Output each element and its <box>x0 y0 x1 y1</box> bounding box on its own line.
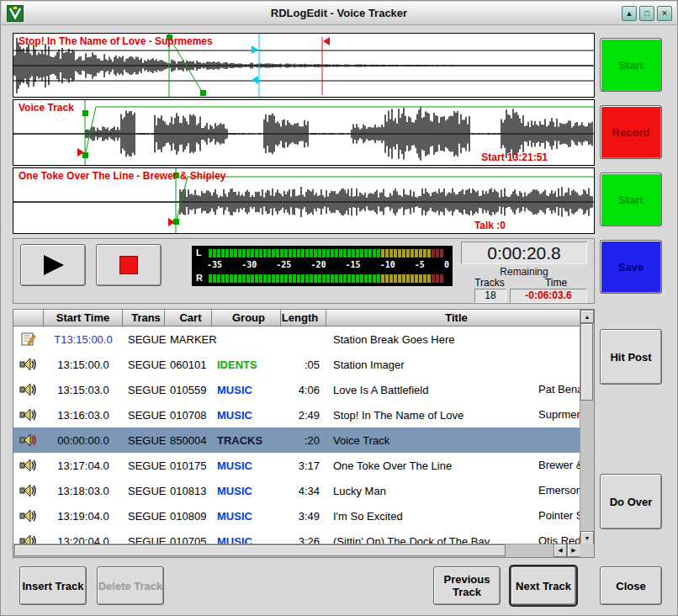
scroll-down-button[interactable]: ▼ <box>580 531 594 544</box>
meter-right-row <box>209 274 443 283</box>
cell-title: Stop! In The Name of LoveSuprmemes <box>326 402 580 427</box>
delete-track-button[interactable]: Delete Track <box>97 566 164 605</box>
cell-cart: 010175 <box>165 453 212 478</box>
close-window-button[interactable]: ✕ <box>657 6 672 21</box>
header-cart[interactable]: Cart <box>165 310 212 327</box>
table-row[interactable]: 13:17:04.0SEGUE010175MUSIC3:17One Toke O… <box>13 453 580 478</box>
cell-trans: SEGUE <box>123 453 165 478</box>
cell-length: 3:17 <box>281 453 326 478</box>
cell-start-time: 13:19:04.0 <box>44 503 123 528</box>
horizontal-scroll-thumb[interactable] <box>14 544 506 556</box>
scroll-left-button[interactable]: ◀ <box>554 544 567 557</box>
waveform-track-1[interactable]: Stop! In The Name of Love - Suprmemes <box>13 33 595 98</box>
stop-button[interactable] <box>96 244 162 286</box>
vertical-scrollbar[interactable]: ▲ ▼ <box>580 310 594 545</box>
table-row[interactable]: 13:20:04.0SEGUE010705MUSIC3:26(Sittin' O… <box>13 528 580 545</box>
meter-scale-label: -35 <box>207 260 222 271</box>
next-track-button[interactable]: Next Track <box>511 566 576 605</box>
scroll-right-button[interactable]: ▶ <box>567 544 580 557</box>
cell-start-time: 13:15:00.0 <box>44 352 123 377</box>
table-row[interactable]: 13:19:04.0SEGUE010809MUSIC3:49I'm So Exc… <box>13 503 580 528</box>
cell-trans: SEGUE <box>123 528 165 545</box>
table-row[interactable]: 13:15:03.0SEGUE010559MUSIC4:06Love Is A … <box>13 377 580 402</box>
cell-start-time: 13:16:03.0 <box>44 402 123 427</box>
cell-cart: MARKER <box>165 327 212 352</box>
cell-length: :20 <box>281 427 326 453</box>
start-track3-button[interactable]: Start <box>600 173 662 226</box>
meter-scale-label: -5 <box>415 260 425 271</box>
cell-artist: Pointer Sist <box>538 509 580 522</box>
row-icon-cell <box>13 402 44 427</box>
header-start-time[interactable]: Start Time <box>44 310 123 327</box>
meter-scale: -35-30-25-20-15-10-50 <box>207 260 449 271</box>
log-table-header: Start Time Trans Cart Group Length Title <box>13 310 580 327</box>
start-track1-button[interactable]: Start <box>600 38 662 92</box>
speaker-icon <box>19 382 38 397</box>
scrollbar-corner <box>580 544 594 557</box>
vertical-scroll-thumb[interactable] <box>580 323 593 401</box>
cell-cart: 850004 <box>165 427 212 453</box>
waveform-track-3[interactable]: One Toke Over The Line - Brewer & Shiple… <box>13 167 595 234</box>
shade-button[interactable]: ▲ <box>622 6 637 21</box>
row-icon-cell <box>13 327 44 352</box>
cell-title: (Sittin' On) The Dock of The BayOtis Red… <box>326 528 580 545</box>
stop-icon <box>119 256 138 274</box>
title-text: Voice Track <box>333 434 389 447</box>
title-text: Station Imager <box>333 358 405 371</box>
meter-scale-label: -20 <box>310 260 326 271</box>
close-button[interactable]: Close <box>600 566 662 605</box>
record-button[interactable]: Record <box>600 105 662 159</box>
cell-trans: SEGUE <box>123 377 165 402</box>
cell-length: 2:49 <box>281 402 326 427</box>
cell-cart: 010809 <box>165 503 212 528</box>
table-row[interactable]: 13:15:00.0SEGUE060101IDENTS:05Station Im… <box>13 352 580 377</box>
save-button[interactable]: Save <box>600 240 662 294</box>
remaining-time-value: -0:06:03.6 <box>510 289 587 303</box>
meter-scale-label: -15 <box>346 260 361 271</box>
cell-group: MUSIC <box>212 528 281 545</box>
table-row[interactable]: 13:18:03.0SEGUE010813MUSIC4:34Lucky ManE… <box>13 478 580 503</box>
log-table: Start Time Trans Cart Group Length Title… <box>13 309 595 558</box>
table-row[interactable]: T13:15:00.0SEGUEMARKERStation Break Goes… <box>13 327 580 352</box>
cell-artist: Suprmemes <box>538 408 580 421</box>
speaker-icon <box>19 357 38 372</box>
cell-title: One Toke Over The LineBrewer & S <box>326 453 580 478</box>
table-row[interactable]: 13:16:03.0SEGUE010708MUSIC2:49Stop! In T… <box>13 402 580 427</box>
track1-title: Stop! In The Name of Love - Suprmemes <box>19 35 213 47</box>
cell-title: Lucky ManEmerson, L <box>326 478 580 503</box>
cell-group: MUSIC <box>212 478 281 503</box>
cell-cart: 010705 <box>165 528 212 545</box>
row-icon-cell <box>13 427 44 453</box>
header-group[interactable]: Group <box>212 310 281 327</box>
title-text: One Toke Over The Line <box>333 459 452 472</box>
track3-title: One Toke Over The Line - Brewer & Shiple… <box>19 170 226 182</box>
previous-track-button[interactable]: Previous Track <box>433 566 501 605</box>
meter-scale-label: -25 <box>276 260 291 271</box>
scroll-up-button[interactable]: ▲ <box>580 310 594 323</box>
row-icon-cell <box>13 528 44 545</box>
maximize-button[interactable]: □ <box>639 6 654 21</box>
title-text: Love Is A Battlefield <box>333 384 428 396</box>
speaker-icon <box>19 433 38 448</box>
table-row[interactable]: 00:00:00.0SEGUE850004TRACKS:20Voice Trac… <box>13 427 580 453</box>
cell-start-time: 13:18:03.0 <box>44 478 123 503</box>
cell-cart: 010559 <box>165 377 212 402</box>
cell-length: 4:34 <box>281 478 326 503</box>
cell-start-time: 00:00:00.0 <box>44 427 123 453</box>
title-text: Lucky Man <box>333 485 386 497</box>
horizontal-scrollbar[interactable]: ◀ ▶ <box>13 544 581 557</box>
cell-trans: SEGUE <box>123 402 165 427</box>
insert-track-button[interactable]: Insert Track <box>19 566 87 605</box>
play-button[interactable] <box>20 244 86 286</box>
do-over-button[interactable]: Do Over <box>600 474 662 529</box>
titlebar[interactable]: RDLogEdit - Voice Tracker ▲ □ ✕ <box>2 2 676 25</box>
hit-post-button[interactable]: Hit Post <box>600 329 662 385</box>
cell-trans: SEGUE <box>123 427 165 453</box>
header-length[interactable]: Length <box>281 310 326 327</box>
header-icon-col[interactable] <box>13 310 44 327</box>
header-trans[interactable]: Trans <box>123 310 165 327</box>
row-icon-cell <box>13 503 44 528</box>
waveform-track-2[interactable]: Voice Track Start 13:21:51 <box>13 99 595 166</box>
cell-title: Love Is A BattlefieldPat Benatar <box>326 377 580 402</box>
header-title[interactable]: Title <box>326 310 580 327</box>
